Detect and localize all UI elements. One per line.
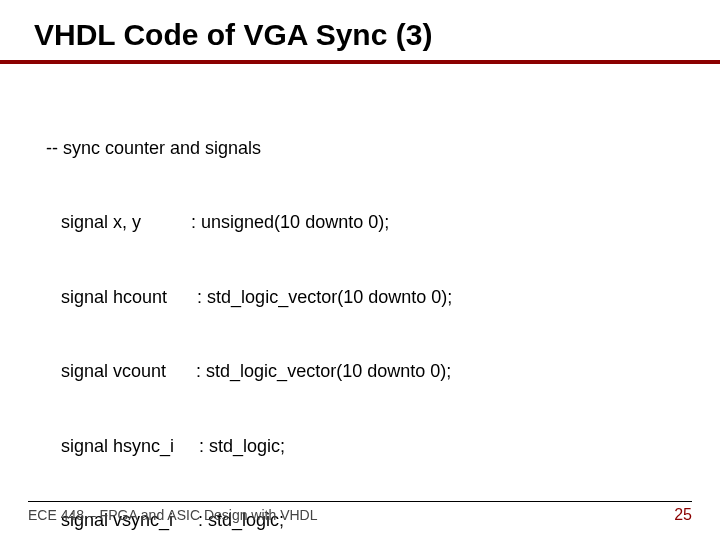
footer-text: ECE 448 – FPGA and ASIC Design with VHDL [28, 507, 317, 523]
page-number: 25 [674, 506, 692, 524]
code-line: signal vcount : std_logic_vector(10 down… [46, 359, 692, 384]
footer: ECE 448 – FPGA and ASIC Design with VHDL… [28, 501, 692, 524]
title-underline [0, 60, 720, 64]
code-block: -- sync counter and signals signal x, y … [46, 86, 692, 540]
code-line: signal x, y : unsigned(10 downto 0); [46, 210, 692, 235]
code-comment: -- sync counter and signals [46, 136, 692, 161]
slide-title: VHDL Code of VGA Sync (3) [34, 18, 692, 52]
code-line: signal hcount : std_logic_vector(10 down… [46, 285, 692, 310]
footer-row: ECE 448 – FPGA and ASIC Design with VHDL… [28, 506, 692, 524]
slide: VHDL Code of VGA Sync (3) -- sync counte… [0, 0, 720, 540]
footer-rule [28, 501, 692, 502]
code-line: signal hsync_i : std_logic; [46, 434, 692, 459]
